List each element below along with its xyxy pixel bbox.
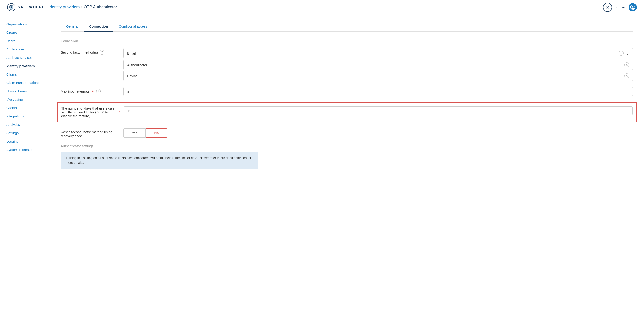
reset-label: Reset second factor method using recover… — [61, 128, 120, 138]
max-input-required-star: ★ — [91, 89, 94, 93]
close-button[interactable]: ✕ — [603, 3, 612, 12]
admin-icon[interactable] — [628, 3, 637, 11]
tab-bar: General Connection Conditional access — [61, 22, 633, 32]
main-content: General Connection Conditional access Co… — [50, 14, 644, 336]
breadcrumb-parent[interactable]: Identity providers — [48, 5, 80, 9]
close-icon: ✕ — [606, 4, 610, 10]
tab-conditional-access[interactable]: Conditional access — [113, 22, 153, 32]
info-text: Turning this setting on/off after some u… — [66, 156, 252, 165]
remove-device-icon[interactable]: ✕ — [624, 73, 629, 78]
sidebar: Organizations Groups Users Applications … — [0, 14, 50, 336]
skip-days-required-star: * — [119, 110, 120, 114]
remove-authenticator-icon[interactable]: ✕ — [624, 62, 629, 67]
sidebar-item-logging[interactable]: Logging — [0, 137, 50, 146]
sidebar-item-clients[interactable]: Clients — [0, 104, 50, 112]
max-input-attempts-control — [123, 87, 633, 96]
logo-text: SAFEWHERE — [18, 5, 45, 9]
reset-control: Yes No — [123, 128, 633, 138]
dropdown-icons: + ⌄ — [618, 51, 629, 56]
second-factor-row: Second factor method(s) ? Email + ⌄ Auth… — [61, 48, 633, 81]
main-layout: Organizations Groups Users Applications … — [0, 14, 644, 336]
header: SAFEWHERE Identity providers › OTP Authe… — [0, 0, 644, 14]
tab-connection[interactable]: Connection — [84, 22, 113, 32]
second-factor-label: Second factor method(s) ? — [61, 48, 120, 54]
max-input-help-icon[interactable]: ? — [96, 89, 101, 93]
info-box: Turning this setting on/off after some u… — [61, 152, 258, 169]
sidebar-item-settings[interactable]: Settings — [0, 129, 50, 137]
yes-no-group: Yes No — [123, 128, 633, 138]
chevron-down-icon[interactable]: ⌄ — [626, 51, 629, 56]
admin-label: admin — [616, 5, 625, 9]
sidebar-item-users[interactable]: Users — [0, 37, 50, 45]
tag-device: Device ✕ — [123, 71, 633, 81]
sidebar-item-analytics[interactable]: Analytics — [0, 120, 50, 129]
dropdown-value: Email — [127, 51, 136, 55]
second-factor-dropdown[interactable]: Email + ⌄ — [123, 48, 633, 58]
no-button[interactable]: No — [146, 128, 167, 138]
sidebar-item-groups[interactable]: Groups — [0, 28, 50, 37]
logo: SAFEWHERE — [7, 3, 45, 11]
skip-days-input[interactable] — [124, 106, 633, 115]
tag-list: Authenticator ✕ Device ✕ — [123, 60, 633, 81]
sidebar-item-messaging[interactable]: Messaging — [0, 95, 50, 104]
max-input-attempts-input[interactable] — [123, 87, 633, 96]
second-factor-help-icon[interactable]: ? — [100, 50, 104, 54]
skip-days-label: The number of days that users can skip t… — [61, 106, 120, 118]
sidebar-item-hosted-forms[interactable]: Hosted forms — [0, 87, 50, 95]
add-icon[interactable]: + — [618, 51, 624, 56]
sidebar-item-attribute-services[interactable]: Attribute services — [0, 53, 50, 62]
breadcrumb-current: OTP Authenticator — [84, 5, 117, 9]
authenticator-section-title: Authenticator settings — [61, 144, 633, 148]
tag-device-label: Device — [127, 74, 138, 78]
svg-point-4 — [632, 6, 633, 7]
sidebar-item-applications[interactable]: Applications — [0, 45, 50, 53]
svg-point-1 — [11, 6, 12, 8]
max-input-attempts-label: Max input attempts ★ ? — [61, 87, 120, 93]
skip-days-row: The number of days that users can skip t… — [57, 102, 637, 122]
second-factor-control: Email + ⌄ Authenticator ✕ Device — [123, 48, 633, 81]
breadcrumb-separator: › — [81, 5, 82, 9]
tag-authenticator-label: Authenticator — [127, 63, 147, 67]
reset-second-factor-row: Reset second factor method using recover… — [61, 128, 633, 138]
yes-button[interactable]: Yes — [123, 128, 146, 138]
section-title: Connection — [61, 39, 633, 43]
app-container: SAFEWHERE Identity providers › OTP Authe… — [0, 0, 644, 336]
tab-general[interactable]: General — [61, 22, 84, 32]
sidebar-item-integrations[interactable]: Integrations — [0, 112, 50, 120]
header-right: ✕ admin — [603, 3, 637, 12]
breadcrumb: Identity providers › OTP Authenticator — [48, 5, 117, 9]
tag-authenticator: Authenticator ✕ — [123, 60, 633, 70]
sidebar-item-system-information[interactable]: System infomation — [0, 146, 50, 154]
sidebar-item-claims[interactable]: Claims — [0, 70, 50, 79]
skip-days-control — [124, 106, 633, 115]
logo-icon — [7, 3, 16, 11]
sidebar-item-claim-transformations[interactable]: Claim transformations — [0, 79, 50, 87]
header-left: SAFEWHERE Identity providers › OTP Authe… — [7, 3, 117, 11]
sidebar-item-organizations[interactable]: Organizations — [0, 20, 50, 28]
sidebar-item-identity-providers[interactable]: Identity providers — [0, 62, 50, 70]
max-input-attempts-row: Max input attempts ★ ? — [61, 87, 633, 96]
